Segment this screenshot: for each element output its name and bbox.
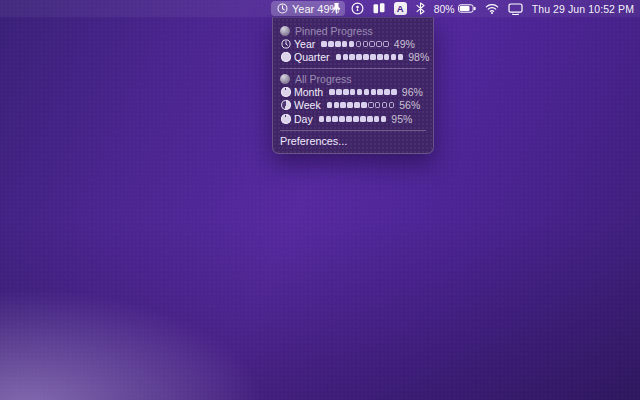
progress-blocks [321,41,389,47]
block-filled [364,89,370,95]
menu-row-quarter[interactable]: Quarter98% [273,51,433,65]
section-header: All Progress [273,72,433,85]
block-filled [377,54,383,60]
block-empty [368,102,374,108]
row-percent: 96% [402,86,423,98]
block-filled [321,41,327,47]
menu-sections: Pinned ProgressYear49%Quarter98%All Prog… [273,24,433,126]
section-header-label: All Progress [295,73,352,85]
battery-icon [458,0,476,17]
input-source-a-icon[interactable]: A [394,0,407,17]
block-filled [391,54,397,60]
block-filled [339,116,345,122]
block-filled [353,116,359,122]
block-filled [326,116,332,122]
row-label: Month [294,86,323,98]
block-filled [343,89,349,95]
block-empty [383,41,389,47]
block-filled [398,54,404,60]
block-filled [360,116,366,122]
block-filled [356,54,362,60]
block-empty [356,41,362,47]
menu-row-week[interactable]: Week56% [273,99,433,113]
preferences-menu-item[interactable]: Preferences... [273,134,433,148]
progress-blocks [329,89,397,95]
sphere-icon [280,26,290,36]
block-filled [377,89,383,95]
block-filled [336,89,342,95]
block-filled [374,116,380,122]
block-filled [342,41,348,47]
block-filled [336,54,342,60]
block-filled [347,102,353,108]
block-filled [350,89,356,95]
clock-icon [280,39,291,49]
section-header-label: Pinned Progress [295,25,373,37]
year-progress-clock-icon [277,0,288,17]
row-label: Week [294,99,321,111]
block-filled [370,54,376,60]
block-filled [343,54,349,60]
pie-progress-icon [280,100,291,110]
block-filled [367,116,373,122]
block-filled [346,116,352,122]
battery-status[interactable]: 80% [434,0,476,17]
block-filled [371,89,377,95]
row-percent: 98% [408,51,429,63]
row-percent: 56% [399,99,420,111]
sphere-icon [280,74,290,84]
row-label: Year [294,38,315,50]
menu-separator [280,130,426,131]
block-filled [334,102,340,108]
menu-bar: Year 49% A 80% Thu 29 Jun [0,0,640,17]
block-filled [363,54,369,60]
block-filled [349,41,355,47]
block-filled [340,102,346,108]
row-percent: 49% [394,38,415,50]
block-filled [361,102,367,108]
block-filled [335,41,341,47]
menu-row-year[interactable]: Year49% [273,37,433,51]
progress-blocks [327,102,395,108]
block-filled [384,54,390,60]
block-empty [363,41,369,47]
block-filled [328,41,334,47]
block-filled [332,116,338,122]
progress-menu-panel: Pinned ProgressYear49%Quarter98%All Prog… [272,17,434,154]
row-label: Day [294,113,313,125]
input-source-a-glyph: A [394,2,407,15]
block-filled [319,116,325,122]
window-panes-icon[interactable] [373,0,385,17]
display-icon[interactable] [508,0,523,17]
menubar-clock[interactable]: Thu 29 Jun 10:52 PM [532,3,634,15]
block-filled [349,54,355,60]
menu-row-day[interactable]: Day95% [273,112,433,126]
pie-progress-icon [280,114,291,124]
block-empty [376,41,382,47]
block-empty [369,41,375,47]
menu-row-month[interactable]: Month96% [273,85,433,99]
pie-progress-icon [280,87,291,97]
block-filled [357,89,363,95]
row-label: Quarter [294,51,330,63]
block-filled [381,116,387,122]
screen: Year 49% A 80% Thu 29 Jun [0,0,640,400]
wifi-icon[interactable] [485,0,499,17]
block-empty [389,102,395,108]
progress-blocks [336,54,404,60]
keyhole-circle-icon[interactable] [351,0,364,17]
block-filled [329,89,335,95]
pie-progress-icon [280,52,291,62]
menubar-item-label: Year 49% [292,3,339,15]
menubar-item-year-progress[interactable]: Year 49% [271,1,345,16]
block-filled [384,89,390,95]
bluetooth-icon[interactable] [416,0,425,17]
block-filled [354,102,360,108]
block-filled [391,89,397,95]
progress-blocks [319,116,387,122]
block-filled [327,102,333,108]
battery-percent-label: 80% [434,3,455,15]
block-empty [382,102,388,108]
menu-separator [280,68,426,69]
row-percent: 95% [391,113,412,125]
